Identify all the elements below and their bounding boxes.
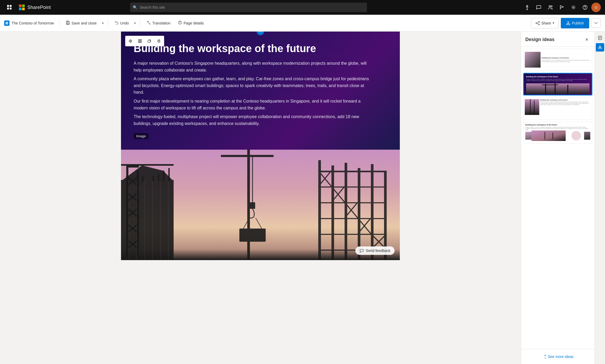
translation-label: Translation — [152, 21, 170, 25]
idea-3-title: Building the workspace of the future — [540, 99, 591, 101]
svg-rect-82 — [121, 180, 174, 181]
collapse-icon — [594, 21, 598, 25]
svg-point-4 — [527, 5, 528, 6]
settings-icon-btn[interactable] — [568, 2, 579, 13]
design-panel-title: Design ideas — [525, 37, 554, 42]
idea-2-title: Building the workspace of the future — [526, 76, 589, 78]
delete-tool-button[interactable] — [155, 37, 163, 45]
page-body-1[interactable]: A major renovation of Contoso's Singapor… — [134, 60, 370, 73]
svg-rect-60 — [331, 165, 334, 260]
share-button[interactable]: Share ▾ — [531, 18, 559, 28]
design-icon — [598, 45, 602, 49]
share-icon — [536, 21, 540, 25]
svg-rect-97 — [532, 130, 566, 141]
send-feedback-button[interactable]: Send feedback — [355, 246, 395, 255]
ms-green — [22, 4, 25, 7]
undo-dropdown[interactable]: ▾ — [133, 18, 137, 28]
sidebar-page-icon-btn[interactable] — [596, 34, 604, 42]
page-details-button[interactable]: Page details — [175, 18, 207, 28]
svg-rect-13 — [67, 23, 69, 24]
svg-rect-3 — [10, 8, 12, 9]
send-feedback-label: Send feedback — [366, 249, 390, 253]
svg-rect-94 — [525, 99, 539, 115]
svg-rect-53 — [247, 155, 274, 156]
design-idea-1[interactable]: Building the workspace of the future A m… — [523, 49, 592, 71]
design-panel-header: Design ideas ✕ — [521, 32, 594, 47]
toolbar-brand: S The Contoso of Tomorrow — [4, 21, 54, 26]
design-ideas-list: Building the workspace of the future A m… — [521, 47, 594, 349]
translation-button[interactable]: Translation — [143, 18, 174, 28]
design-idea-3[interactable]: Building the workspace of the future A m… — [523, 98, 592, 120]
save-close-label: Save and close — [72, 21, 97, 25]
brand-name: The Contoso of Tomorrow — [12, 21, 54, 25]
help-icon-btn[interactable] — [580, 2, 590, 13]
columns-icon — [138, 39, 142, 43]
svg-rect-25 — [140, 39, 140, 43]
avatar[interactable]: U — [591, 3, 601, 12]
undo-button[interactable]: Undo — [111, 18, 132, 28]
svg-line-22 — [537, 23, 538, 24]
sidebar-design-icon-btn[interactable] — [596, 43, 604, 52]
brand-icon: S — [4, 21, 9, 26]
idea-2-image — [526, 83, 589, 94]
search-bar: 🔍 — [130, 3, 367, 12]
svg-line-21 — [537, 22, 538, 23]
collapse-button[interactable] — [591, 18, 601, 28]
design-panel: Design ideas ✕ Building the workspace of… — [521, 32, 594, 364]
svg-point-6 — [551, 6, 552, 7]
move-tool-button[interactable] — [126, 37, 135, 45]
svg-rect-101 — [553, 133, 553, 139]
publish-icon — [566, 21, 570, 25]
svg-rect-66 — [318, 186, 387, 188]
page-body-3[interactable]: Our first major redevelopment is nearing… — [134, 98, 370, 111]
columns-tool-button[interactable] — [136, 37, 144, 45]
save-close-button[interactable]: Save and close — [63, 18, 100, 28]
right-sidebar — [594, 32, 605, 364]
svg-rect-28 — [158, 40, 160, 42]
canvas-area[interactable]: + — [0, 32, 521, 364]
ms-blue — [19, 8, 22, 10]
search-input[interactable] — [130, 3, 367, 12]
ms-red — [19, 4, 22, 7]
svg-rect-34 — [126, 165, 139, 168]
people-icon — [548, 5, 553, 10]
design-idea-2[interactable]: Building the workspace of the future A m… — [523, 73, 592, 95]
close-panel-button[interactable]: ✕ — [583, 36, 590, 43]
translation-svg — [147, 21, 151, 25]
app-name: SharePoint — [27, 5, 51, 10]
svg-rect-24 — [138, 39, 139, 43]
duplicate-icon — [148, 39, 151, 43]
svg-rect-95 — [530, 99, 531, 115]
separator-2 — [108, 19, 108, 27]
page-body-2[interactable]: A community plaza where employees can ga… — [134, 75, 370, 96]
publish-button[interactable]: Publish — [561, 18, 589, 28]
people-icon-btn[interactable] — [545, 2, 556, 13]
accessibility-icon-btn[interactable] — [522, 2, 532, 13]
idea-3-content: Building the workspace of the future A m… — [540, 99, 591, 118]
svg-rect-67 — [318, 202, 387, 203]
undo-svg — [114, 21, 119, 25]
see-more-label: See more ideas — [548, 355, 573, 359]
apps-grid-button[interactable] — [4, 2, 15, 13]
idea-2-preview: Building the workspace of the future A m… — [524, 74, 592, 95]
flag-icon-btn[interactable] — [557, 2, 567, 13]
idea-4-preview: Building the workspace of the future A m… — [524, 122, 592, 143]
page-section: Building the workspace of the future A m… — [121, 32, 400, 150]
ms-squares — [19, 4, 25, 10]
idea-1-thumb — [525, 52, 541, 68]
page-icon — [598, 36, 602, 40]
see-more-button[interactable]: See more ideas — [525, 352, 590, 361]
idea-4-image — [525, 132, 590, 140]
design-idea-4[interactable]: Building the workspace of the future A m… — [523, 122, 592, 144]
page-body-4[interactable]: The technology-fueled, multiphase projec… — [134, 113, 370, 127]
ms-yellow — [22, 8, 25, 10]
feedback-icon — [360, 249, 364, 253]
save-svg — [66, 21, 70, 25]
chat-icon-btn[interactable] — [533, 2, 544, 13]
duplicate-tool-button[interactable] — [145, 37, 154, 45]
idea-1-text: Building the workspace of the future A m… — [542, 57, 591, 62]
main-content: + — [0, 32, 605, 364]
svg-rect-92 — [567, 85, 568, 94]
save-close-dropdown[interactable]: ▾ — [101, 18, 105, 28]
flag-icon — [559, 5, 564, 10]
